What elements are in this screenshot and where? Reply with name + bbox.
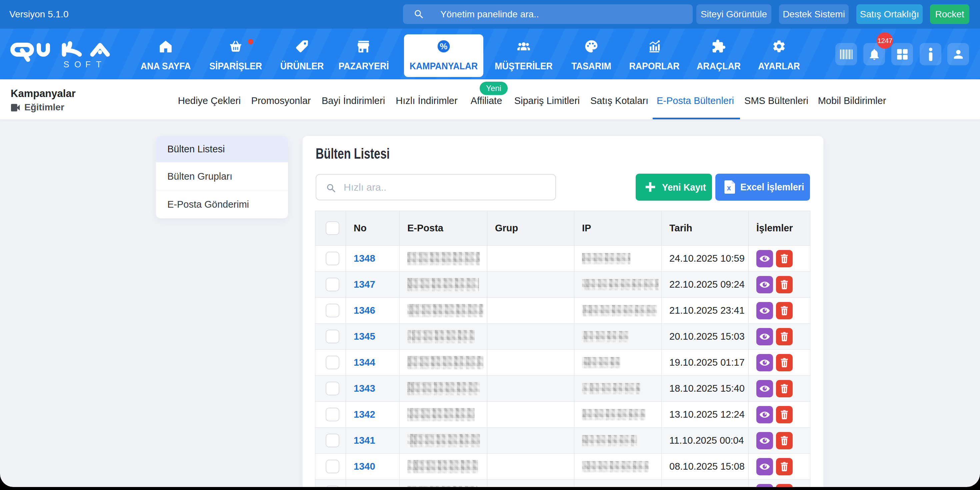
svg-text:S: S [63, 59, 69, 68]
svg-text:F: F [85, 59, 91, 68]
svg-text:%: % [440, 42, 448, 51]
svg-text:x: x [727, 184, 731, 192]
svg-text:T: T [96, 59, 101, 68]
svg-text:O: O [74, 59, 81, 68]
